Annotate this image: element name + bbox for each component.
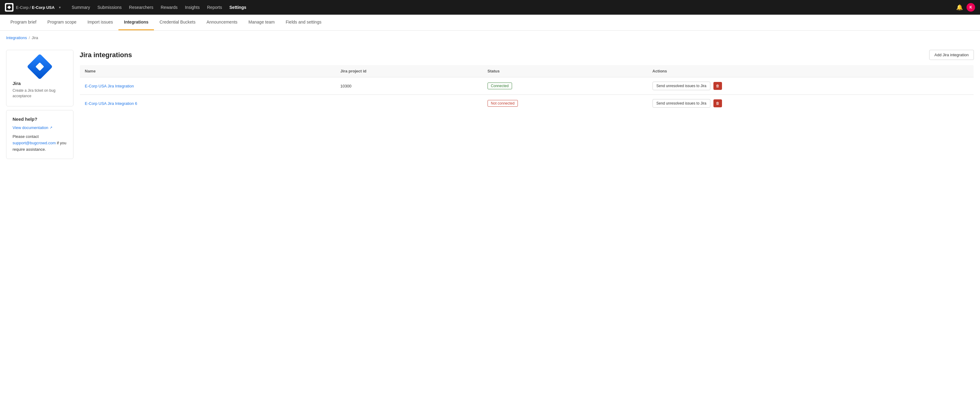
- jira-info-card: Jira Create a Jira ticket on bug accepta…: [6, 50, 73, 106]
- col-actions: Actions: [648, 65, 974, 77]
- top-nav-right: 🔔 K: [956, 3, 975, 12]
- row1-status: Connected: [483, 77, 648, 95]
- help-title: Need help?: [13, 116, 67, 122]
- view-documentation-link[interactable]: View documentation ↗: [13, 125, 67, 130]
- row1-delete-button[interactable]: 🗑: [713, 82, 722, 90]
- row2-actions-cell: Send unresolved issues to Jira 🗑: [652, 99, 969, 108]
- row1-name: E-Corp USA Jira Integration: [80, 77, 336, 95]
- subnav-manage-team[interactable]: Manage team: [243, 15, 280, 30]
- jira-diamond-inner: [35, 62, 44, 71]
- row2-delete-icon: 🗑: [716, 101, 719, 105]
- add-jira-integration-button[interactable]: Add Jira integration: [929, 50, 974, 60]
- table-body: E-Corp USA Jira Integration 10300 Connec…: [80, 77, 974, 112]
- user-avatar[interactable]: K: [967, 3, 975, 12]
- row2-name: E-Corp USA Jira Integration 6: [80, 95, 336, 112]
- subnav-announcements[interactable]: Announcements: [201, 15, 243, 30]
- nav-summary[interactable]: Summary: [68, 3, 93, 12]
- row2-actions: Send unresolved issues to Jira 🗑: [648, 95, 974, 112]
- main-content: Jira Create a Jira ticket on bug accepta…: [0, 45, 980, 164]
- table-header-row: Name Jira project id Status Actions: [80, 65, 974, 77]
- external-link-icon: ↗: [49, 126, 52, 130]
- integrations-table: Name Jira project id Status Actions E-Co…: [80, 65, 974, 112]
- subnav-integrations[interactable]: Integrations: [118, 15, 154, 30]
- row2-status-badge: Not connected: [488, 100, 518, 107]
- nav-rewards[interactable]: Rewards: [158, 3, 181, 12]
- row2-send-button[interactable]: Send unresolved issues to Jira: [652, 99, 710, 108]
- company-dropdown-arrow[interactable]: ▼: [58, 6, 61, 9]
- help-card: Need help? View documentation ↗ Please c…: [6, 110, 73, 159]
- col-name: Name: [80, 65, 336, 77]
- subnav-program-brief[interactable]: Program brief: [5, 15, 42, 30]
- row1-status-badge: Connected: [488, 82, 512, 89]
- bugcrowd-logo: [5, 3, 13, 12]
- help-contact-text: Please contact support@bugcrowd.com if y…: [13, 133, 67, 152]
- breadcrumb-separator: /: [29, 35, 30, 40]
- row2-delete-button[interactable]: 🗑: [713, 99, 722, 107]
- top-nav-left: E-Corp / E-Corp USA ▼ Summary Submission…: [5, 3, 250, 12]
- subnav-credential-buckets[interactable]: Credential Buckets: [154, 15, 201, 30]
- table-row: E-Corp USA Jira Integration 10300 Connec…: [80, 77, 974, 95]
- top-navigation: E-Corp / E-Corp USA ▼ Summary Submission…: [0, 0, 980, 15]
- nav-insights[interactable]: Insights: [182, 3, 203, 12]
- jira-logo-container: [13, 57, 67, 76]
- jira-title: Jira: [13, 81, 67, 86]
- breadcrumb-current: Jira: [32, 35, 38, 40]
- row1-integration-link[interactable]: E-Corp USA Jira Integration: [85, 84, 134, 88]
- breadcrumb: Integrations / Jira: [0, 30, 980, 45]
- sub-navigation: Program brief Program scope Import issue…: [0, 15, 980, 30]
- jira-diamond-icon: [27, 54, 53, 80]
- logo-area[interactable]: E-Corp / E-Corp USA ▼: [5, 3, 61, 12]
- row1-actions: Send unresolved issues to Jira 🗑: [648, 77, 974, 95]
- col-status: Status: [483, 65, 648, 77]
- table-head: Name Jira project id Status Actions: [80, 65, 974, 77]
- nav-submissions[interactable]: Submissions: [94, 3, 124, 12]
- subnav-import-issues[interactable]: Import issues: [82, 15, 118, 30]
- row1-actions-cell: Send unresolved issues to Jira 🗑: [652, 82, 969, 90]
- row1-project-id: 10300: [336, 77, 483, 95]
- support-email-link[interactable]: support@bugcrowd.com: [13, 141, 56, 145]
- subnav-program-scope[interactable]: Program scope: [42, 15, 82, 30]
- sidebar: Jira Create a Jira ticket on bug accepta…: [6, 50, 73, 159]
- nav-links: Summary Submissions Researchers Rewards …: [68, 3, 249, 12]
- nav-researchers[interactable]: Researchers: [126, 3, 156, 12]
- row2-integration-link[interactable]: E-Corp USA Jira Integration 6: [85, 101, 137, 106]
- table-area: Jira integrations Add Jira integration N…: [80, 50, 974, 159]
- row1-delete-icon: 🗑: [716, 84, 719, 88]
- table-header-row: Jira integrations Add Jira integration: [80, 50, 974, 60]
- notifications-bell-icon[interactable]: 🔔: [956, 4, 963, 11]
- col-project-id: Jira project id: [336, 65, 483, 77]
- breadcrumb-parent-link[interactable]: Integrations: [6, 35, 27, 40]
- company-label: E-Corp / E-Corp USA: [16, 5, 54, 10]
- row2-project-id: [336, 95, 483, 112]
- row1-send-button[interactable]: Send unresolved issues to Jira: [652, 82, 710, 90]
- nav-reports[interactable]: Reports: [204, 3, 225, 12]
- row2-status: Not connected: [483, 95, 648, 112]
- subnav-fields-settings[interactable]: Fields and settings: [280, 15, 327, 30]
- table-row: E-Corp USA Jira Integration 6 Not connec…: [80, 95, 974, 112]
- jira-description: Create a Jira ticket on bug acceptance: [13, 88, 67, 99]
- nav-settings[interactable]: Settings: [226, 3, 250, 12]
- page-title: Jira integrations: [80, 51, 132, 59]
